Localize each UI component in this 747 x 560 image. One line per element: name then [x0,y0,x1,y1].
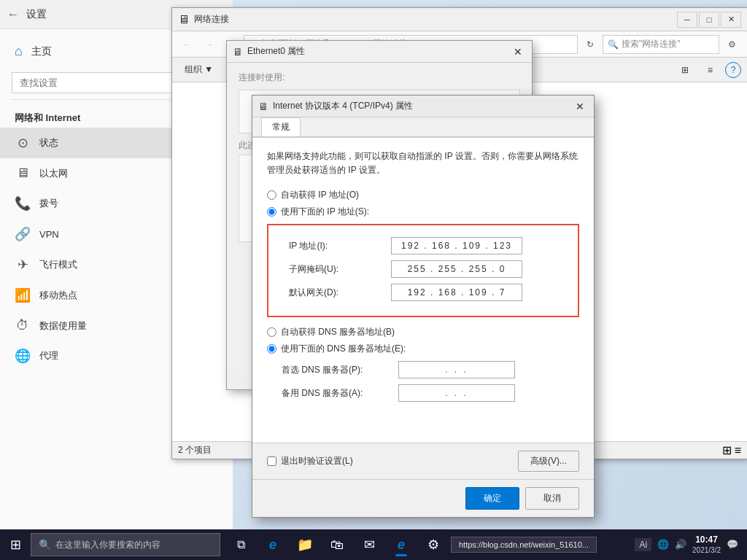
taskbar-search-icon: 🔍 [39,539,51,551]
taskbar-app-taskview[interactable]: ⧉ [226,532,255,558]
taskbar-app-ie[interactable]: e [258,532,287,558]
tray-date: 2021/3/2 [692,545,721,556]
tcp-body: 如果网络支持此功能，则可以获取自动指派的 IP 设置。否则，你需要从网络系统管理… [252,138,594,443]
nc-minimize-button[interactable]: ─ [677,12,697,28]
manual-ip-radio-label[interactable]: 使用下面的 IP 地址(S): [267,206,579,218]
auto-dns-label: 自动获得 DNS 服务器地址(B) [281,326,395,338]
taskbar-tray: Ai 🌐 🔊 10:47 2021/3/2 💬 [626,534,747,556]
subnet-input[interactable]: 255 . 255 . 255 . 0 [391,260,522,278]
manual-dns-radio[interactable] [267,344,276,354]
mail-icon: ✉ [364,537,375,553]
dns-radio-group: 自动获得 DNS 服务器地址(B) 使用下面的 DNS 服务器地址(E): [267,326,579,355]
ip-address-label: IP 地址(I): [289,240,391,252]
exit-validate-checkbox[interactable] [267,456,276,466]
nc-forward-button[interactable]: → [200,35,219,54]
nc-titlebar-left: 🖥 网络连接 [178,13,229,26]
tcp-dialog-title: Internet 协议版本 4 (TCP/IPv4) 属性 [273,100,413,112]
ie-icon: e [269,537,276,553]
active-url-bar[interactable]: https://blog.csdn.net/weixin_51610... [451,537,597,553]
nc-close-button[interactable]: ✕ [721,12,741,28]
nc-organize-label: 组织 ▼ [185,63,213,76]
ethernet-dialog-content: 连接时使用: [239,71,520,84]
subnet-label: 子网掩码(U): [289,263,391,276]
auto-ip-radio[interactable] [267,190,276,200]
sidebar-item-dialup-label: 拨号 [39,197,58,210]
tcp-close-button[interactable]: ✕ [572,98,588,114]
tray-time: 10:47 [692,534,721,546]
nc-window-title: 网络连接 [194,13,229,26]
tray-volume-icon[interactable]: 🔊 [675,539,686,550]
ethernet-dialog-titlebar-left: 🖥 Ethernet0 属性 [233,45,305,58]
ethernet-dialog-close-button[interactable]: ✕ [510,44,526,60]
nc-details-button[interactable]: ≡ [701,61,719,79]
taskbar: ⊞ 🔍 在这里输入你要搜索的内容 ⧉ e 📁 🛍 ✉ e ⚙ https://b… [0,529,747,560]
sidebar-item-status-label: 状态 [39,136,58,149]
tray-language[interactable]: Ai [635,538,651,551]
tcp-ok-button[interactable]: 确定 [465,487,519,510]
nc-status-view1[interactable]: ⊞ [722,443,732,457]
tray-network-icon[interactable]: 🌐 [657,539,669,550]
tcp-ipv4-dialog: 🖥 Internet 协议版本 4 (TCP/IPv4) 属性 ✕ 常规 如果网… [252,95,595,518]
airplane-icon: ✈ [15,257,31,273]
manual-ip-radio[interactable] [267,207,276,217]
ethernet-dialog-icon: 🖥 [233,46,243,58]
gateway-input[interactable]: 192 . 168 . 109 . 7 [391,284,522,301]
nc-help-button[interactable]: ? [725,62,741,78]
taskbar-app-files[interactable]: 📁 [290,532,320,558]
nc-status-view2[interactable]: ≡ [735,443,741,457]
settings-title: 设置 [26,8,47,21]
dialup-icon: 📞 [15,195,31,211]
nc-view-button[interactable]: ⊞ [675,61,695,79]
nc-refresh-button[interactable]: ↻ [581,35,600,54]
gateway-value: 192 . 168 . 109 . 7 [408,287,506,298]
nc-window-icon: 🖥 [178,13,190,26]
ethernet-dialog-title: Ethernet0 属性 [247,45,305,58]
nc-titlebar: 🖥 网络连接 ─ □ ✕ [172,8,747,31]
tcp-dialog-buttons: 确定 取消 [252,479,594,517]
advanced-button[interactable]: 高级(V)... [518,451,579,472]
taskbar-app-settings[interactable]: ⚙ [419,532,448,558]
taskbar-app-mail[interactable]: ✉ [355,532,384,558]
nc-organize-button[interactable]: 组织 ▼ [178,60,220,79]
settings-back-button[interactable]: ← [7,8,19,21]
preferred-dns-value: . . . [445,365,468,375]
sidebar-item-data-label: 数据使用量 [39,319,87,332]
preferred-dns-input[interactable]: . . . [398,361,515,378]
nc-back-button[interactable]: ← [178,35,197,54]
nc-search-box[interactable]: 🔍 搜索"网络连接" [603,35,719,54]
auto-ip-group: 自动获得 IP 地址(O) 使用下面的 IP 地址(S): [267,189,579,218]
tcp-tabs: 常规 [252,117,594,138]
ip-address-input[interactable]: 192 . 168 . 109 . 123 [391,237,522,254]
ethernet-dialog-titlebar: 🖥 Ethernet0 属性 ✕ [227,41,532,63]
tray-notifications-icon[interactable]: 💬 [727,539,738,550]
sidebar-item-proxy-label: 代理 [39,349,58,362]
taskbar-search[interactable]: 🔍 在这里输入你要搜索的内容 [31,533,220,556]
manual-dns-radio-label[interactable]: 使用下面的 DNS 服务器地址(E): [267,343,579,355]
tcp-footer: 退出时验证设置(L) 高级(V)... [252,443,594,479]
nc-item-count: 2 个项目 [178,444,212,456]
taskbar-search-placeholder: 在这里输入你要搜索的内容 [55,539,160,551]
tcp-cancel-button[interactable]: 取消 [525,487,579,510]
exit-validate-checkbox-label[interactable]: 退出时验证设置(L) [267,455,353,467]
taskbar-app-store[interactable]: 🛍 [322,532,352,558]
auto-dns-radio[interactable] [267,327,276,337]
start-button[interactable]: ⊞ [0,529,31,560]
sidebar-item-vpn-label: VPN [39,229,59,240]
settings-gear-icon: ⚙ [427,537,439,553]
hotspot-icon: 📶 [15,287,31,303]
subnet-value: 255 . 255 . 255 . 0 [408,264,506,274]
data-icon: ⏱ [15,318,31,333]
sidebar-item-hotspot-label: 移动热点 [39,289,77,302]
nc-settings-button[interactable]: ⚙ [722,35,741,54]
nc-maximize-button[interactable]: □ [699,12,719,28]
alternate-dns-label: 备用 DNS 服务器(A): [282,387,398,400]
nc-search-placeholder: 搜索"网络连接" [622,38,681,50]
taskbar-app-ie2[interactable]: e [387,532,416,558]
auto-dns-radio-label[interactable]: 自动获得 DNS 服务器地址(B) [267,326,579,338]
tab-general[interactable]: 常规 [261,117,301,136]
taskbar-apps: ⧉ e 📁 🛍 ✉ e ⚙ https://blog.csdn.net/weix… [220,532,626,558]
alternate-dns-input[interactable]: . . . [398,384,515,402]
auto-ip-radio-label[interactable]: 自动获得 IP 地址(O) [267,189,579,201]
tray-clock[interactable]: 10:47 2021/3/2 [692,534,721,556]
dns-form: 首选 DNS 服务器(P): . . . 备用 DNS 服务器(A): . . … [282,361,579,402]
